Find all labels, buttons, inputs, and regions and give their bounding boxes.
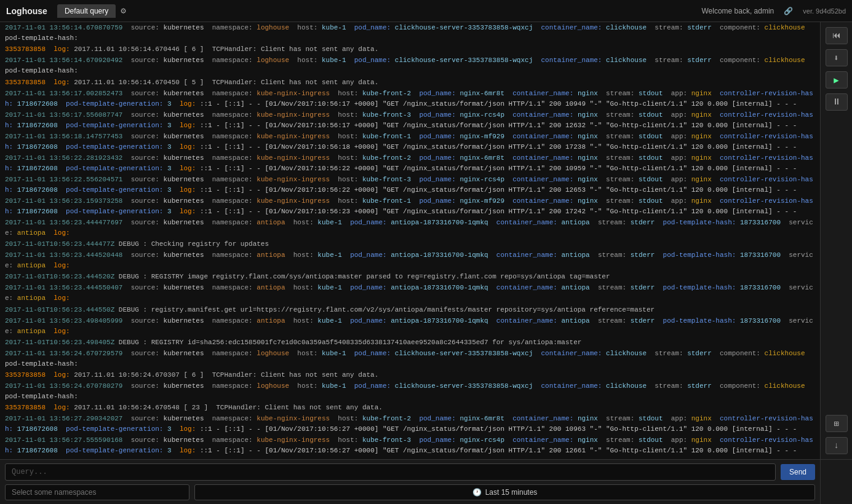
welcome-text: Welcome back, admin — [701, 7, 774, 15]
log-line: 2017-11-01 13:56:17.556087747 source: ku… — [5, 110, 815, 131]
log-line: 2017-11-01T10:56:23.444550Z DEBUG : regi… — [5, 305, 815, 315]
topnav: Loghouse Default query ⚙ Welcome back, a… — [0, 0, 852, 22]
log-line: 3353783858 log: 2017.11.01 10:56:24.6703… — [5, 370, 815, 380]
grid-icon: ⊞ — [834, 419, 838, 429]
log-line: 2017-11-01 13:56:22.556204571 source: ku… — [5, 175, 815, 195]
time-label: Last 15 minutes — [485, 488, 538, 497]
scroll-bottom-button[interactable]: ↓ — [826, 437, 848, 454]
log-line: 2017-11-01 13:56:23.444520448 source: ku… — [5, 250, 815, 271]
log-line: 2017-11-01 13:56:23.444550407 source: ku… — [5, 283, 815, 304]
time-range-button[interactable]: 🕐 Last 15 minutes — [194, 484, 815, 500]
pause-button[interactable]: ⏸ — [826, 93, 848, 111]
send-button[interactable]: Send — [781, 464, 815, 480]
query-input[interactable] — [5, 463, 776, 481]
query-row: Send — [5, 463, 815, 481]
log-line: 3353783858 log: 2017.11.01 10:56:24.6705… — [5, 403, 815, 413]
log-line: 2017-11-01 13:56:22.281923432 source: ku… — [5, 153, 815, 174]
log-line: 2017-11-01 13:56:24.670780279 source: ku… — [5, 381, 815, 402]
log-line: 2017-11-01T10:56:23.444520Z DEBUG : REGI… — [5, 272, 815, 282]
tab-default-query[interactable]: Default query — [57, 4, 116, 18]
log-area[interactable]: 2017-11-01 13:56:13.444336457 source: ku… — [0, 22, 820, 459]
namespace-row: 🕐 Last 15 minutes — [5, 484, 815, 500]
bottom-main: Send 🕐 Last 15 minutes — [0, 459, 820, 504]
log-line: 2017-11-01 13:56:27.555590168 source: ku… — [5, 435, 815, 456]
gear-icon[interactable]: ⚙ — [121, 6, 125, 16]
version-text: ver. 9d4d52bd — [803, 7, 846, 15]
log-line: 2017-11-01 13:56:14.670870759 source: ku… — [5, 23, 815, 44]
topnav-right: Welcome back, admin 🔗 ver. 9d4d52bd — [701, 7, 846, 15]
log-line: 2017-11-01 13:56:24.670729579 source: ku… — [5, 348, 815, 369]
bottom-sidebar-spacer — [820, 459, 852, 504]
log-line: 2017-11-01 13:56:23.498405999 source: ku… — [5, 316, 815, 337]
play-icon: ▶ — [834, 75, 838, 85]
grid-button[interactable]: ⊞ — [826, 415, 848, 432]
log-line: 3353783858 log: 2017.11.01 10:56:14.6704… — [5, 44, 815, 55]
log-line: 2017-11-01 13:56:18.147577453 source: ku… — [5, 132, 815, 152]
main-area: 2017-11-01 13:56:13.444336457 source: ku… — [0, 22, 852, 459]
first-button[interactable]: ⏮ — [826, 27, 848, 44]
download-button[interactable]: ⬇ — [826, 49, 848, 66]
bottom-wrap: Send 🕐 Last 15 minutes — [0, 459, 852, 504]
log-line: 2017-11-01 13:56:14.670920492 source: ku… — [5, 55, 815, 76]
download-icon: ⬇ — [834, 53, 838, 63]
app-logo: Loghouse — [6, 6, 47, 16]
log-line: 2017-11-01 13:56:27.290342027 source: ku… — [5, 414, 815, 435]
log-line: 2017-11-01 13:56:23.159373258 source: ku… — [5, 196, 815, 217]
namespace-select[interactable] — [5, 484, 189, 500]
log-line: 3353783858 log: 2017.11.01 10:56:14.6704… — [5, 77, 815, 88]
play-button[interactable]: ▶ — [826, 71, 848, 89]
sidebar-right: ⏮ ⬇ ▶ ⏸ ⊞ ↓ — [820, 22, 852, 459]
link-icon: 🔗 — [784, 7, 793, 15]
log-line: 2017-11-01T10:56:23.498405Z DEBUG : REGI… — [5, 337, 815, 348]
first-icon: ⏮ — [832, 31, 841, 41]
scroll-bottom-icon: ↓ — [834, 441, 838, 451]
log-line: 2017-11-01 13:56:17.002852473 source: ku… — [5, 89, 815, 109]
log-line: 2017-11-01T10:56:23.444477Z DEBUG : Chec… — [5, 239, 815, 250]
log-line: 2017-11-01 13:56:23.444477697 source: ku… — [5, 218, 815, 238]
pause-icon: ⏸ — [832, 97, 841, 107]
clock-icon: 🕐 — [472, 488, 482, 497]
